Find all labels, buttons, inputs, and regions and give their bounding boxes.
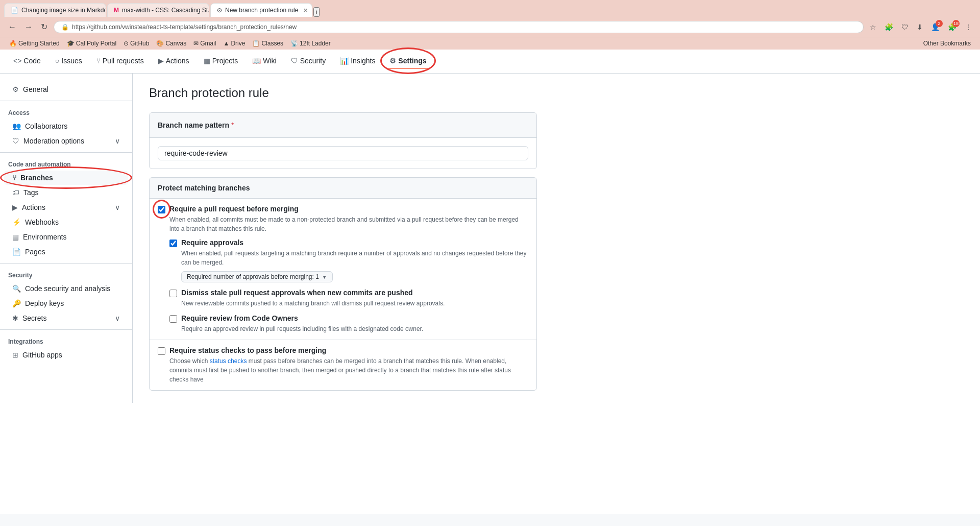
sub-option-code-owners: Require review from Code Owners Require … (169, 314, 528, 333)
require-approvals-content: Require approvals When enabled, pull req… (181, 238, 528, 282)
bookmark-12ft[interactable]: 📡 12ft Ladder (287, 39, 334, 48)
sidebar-general-label: General (23, 85, 48, 93)
sidebar-item-branches[interactable]: ⑂ Branches (4, 171, 128, 185)
bookmark-github-label: GitHub (130, 40, 149, 47)
main-content: Branch protection rule Branch name patte… (133, 74, 980, 403)
nav-pr-label: Pull requests (103, 57, 144, 65)
nav-insights[interactable]: 📊 Insights (339, 54, 376, 69)
extension-button[interactable]: 🧩 (883, 21, 895, 33)
require-pr-checkbox[interactable] (158, 206, 165, 213)
menu-button[interactable]: ⋮ (963, 21, 974, 33)
github-nav: <> Code ○ Issues ⑂ Pull requests ▶ Actio… (0, 50, 980, 74)
nav-actions[interactable]: ▶ Actions (157, 54, 190, 69)
option-status-checks-main: Require status checks to pass before mer… (158, 346, 528, 384)
sidebar-item-webhooks[interactable]: ⚡ Webhooks (4, 215, 128, 229)
tab-3-favicon: ⊙ (217, 7, 222, 14)
sidebar-deploy-keys-label: Deploy keys (25, 299, 64, 307)
new-tab-button[interactable]: + (313, 7, 320, 17)
nav-projects-label: Projects (212, 57, 238, 65)
sidebar-item-moderation[interactable]: 🛡 Moderation options ∨ (4, 134, 128, 148)
bookmark-drive[interactable]: ▲ Drive (220, 39, 248, 48)
bookmark-classes[interactable]: 📋 Classes (249, 39, 286, 48)
bookmark-github[interactable]: ⊙ GitHub (120, 39, 152, 48)
sidebar-item-general[interactable]: ⚙ General (4, 82, 128, 97)
require-pr-label: Require a pull request before merging (169, 205, 528, 213)
bookmark-getting-started[interactable]: 🔥 Getting Started (6, 39, 63, 48)
sidebar-access-section: Access (0, 105, 132, 118)
address-bar[interactable]: 🔒 https://github.com/vwinstea/react-ts-t… (54, 21, 864, 33)
tab-2-favicon: M (114, 7, 119, 14)
sidebar-tags-label: Tags (23, 188, 39, 197)
actions-chevron-icon: ∨ (115, 203, 120, 211)
sidebar-divider-4 (0, 329, 132, 330)
bookmark-getting-started-icon: 🔥 (9, 40, 17, 47)
forward-button[interactable]: → (22, 20, 35, 34)
branch-name-input[interactable] (158, 146, 528, 160)
require-approvals-label: Require approvals (181, 238, 528, 247)
tab-3[interactable]: ⊙ New branch protection rule ✕ (210, 3, 312, 17)
branch-name-section: Branch name pattern * (149, 112, 537, 169)
approval-dropdown[interactable]: Required number of approvals before merg… (181, 271, 333, 282)
require-code-owners-checkbox[interactable] (169, 315, 177, 323)
tab-1[interactable]: 📄 Changing image size in Markdo ✕ (4, 3, 106, 17)
general-icon: ⚙ (12, 85, 19, 93)
profile-button[interactable]: 👤 2 (929, 21, 942, 33)
sidebar-item-pages[interactable]: 📄 Pages (4, 245, 128, 259)
bookmark-gmail[interactable]: ✉ Gmail (190, 39, 219, 48)
sidebar-item-secrets[interactable]: ✱ Secrets ∨ (4, 311, 128, 325)
tab-3-label: New branch protection rule (225, 7, 298, 14)
status-checks-checkbox[interactable] (158, 347, 165, 355)
tab-1-favicon: 📄 (11, 7, 18, 14)
download-button[interactable]: ⬇ (915, 21, 925, 33)
insights-icon: 📊 (340, 57, 349, 65)
bookmark-canvas[interactable]: 🎨 Canvas (153, 39, 189, 48)
nav-security-label: Security (300, 57, 326, 65)
actions-icon: ▶ (158, 57, 164, 65)
option-require-pr-content: Require a pull request before merging Wh… (169, 205, 528, 233)
security-icon: 🔒 (61, 23, 69, 31)
sidebar-environments-label: Environments (23, 233, 67, 241)
bookmark-drive-label: Drive (231, 40, 245, 47)
nav-actions-label: Actions (166, 57, 189, 65)
tab-3-close[interactable]: ✕ (303, 7, 308, 14)
sidebar-item-github-apps[interactable]: ⊞ GitHub apps (4, 348, 128, 362)
bookmark-cal-poly[interactable]: 🎓 Cal Poly Portal (64, 39, 119, 48)
tab-2[interactable]: M max-width - CSS: Cascading St... ✕ (107, 3, 209, 17)
content-layout: ⚙ General Access 👥 Collaborators 🛡 Moder… (0, 74, 980, 403)
nav-security[interactable]: 🛡 Security (290, 54, 327, 69)
star-button[interactable]: ☆ (868, 21, 878, 33)
nav-code[interactable]: <> Code (12, 54, 42, 69)
sidebar-secrets-label: Secrets (22, 314, 46, 322)
bookmarks-bar: 🔥 Getting Started 🎓 Cal Poly Portal ⊙ Gi… (0, 37, 980, 50)
sidebar-item-environments[interactable]: ▦ Environments (4, 230, 128, 244)
sidebar-github-apps-label: GitHub apps (22, 351, 62, 359)
extensions-button[interactable]: 🧩 18 (946, 21, 959, 33)
refresh-button[interactable]: ↻ (39, 20, 50, 34)
dismiss-stale-checkbox[interactable] (169, 290, 177, 297)
other-bookmarks[interactable]: Other Bookmarks (920, 39, 974, 48)
bookmark-gmail-label: Gmail (200, 40, 216, 47)
nav-issues-label: Issues (61, 57, 82, 65)
nav-settings[interactable]: ⚙ Settings (388, 54, 427, 69)
status-checks-link[interactable]: status checks (210, 357, 247, 365)
nav-projects[interactable]: ▦ Projects (203, 54, 239, 69)
page-title: Branch protection rule (149, 86, 964, 100)
nav-pull-requests[interactable]: ⑂ Pull requests (95, 54, 145, 69)
sidebar-item-actions[interactable]: ▶ Actions ∨ (4, 200, 128, 214)
bookmark-gmail-icon: ✉ (193, 40, 199, 47)
back-button[interactable]: ← (6, 20, 18, 34)
nav-wiki[interactable]: 📖 Wiki (251, 54, 277, 69)
moderation-icon: 🛡 (12, 137, 19, 145)
dismiss-stale-content: Dismiss stale pull request approvals whe… (181, 289, 445, 308)
status-checks-desc: Choose which status checks must pass bef… (169, 356, 528, 384)
sidebar-item-code-security[interactable]: 🔍 Code security and analysis (4, 281, 128, 296)
sidebar-item-collaborators[interactable]: 👥 Collaborators (4, 119, 128, 133)
require-approvals-checkbox[interactable] (169, 240, 177, 247)
sidebar-item-tags[interactable]: 🏷 Tags (4, 185, 128, 200)
nav-issues[interactable]: ○ Issues (54, 54, 83, 69)
sidebar-item-deploy-keys[interactable]: 🔑 Deploy keys (4, 296, 128, 310)
page: <> Code ○ Issues ⑂ Pull requests ▶ Actio… (0, 50, 980, 514)
code-owners-content: Require review from Code Owners Require … (181, 314, 423, 333)
branches-icon: ⑂ (12, 174, 16, 182)
shield-icon-btn[interactable]: 🛡 (899, 21, 911, 33)
